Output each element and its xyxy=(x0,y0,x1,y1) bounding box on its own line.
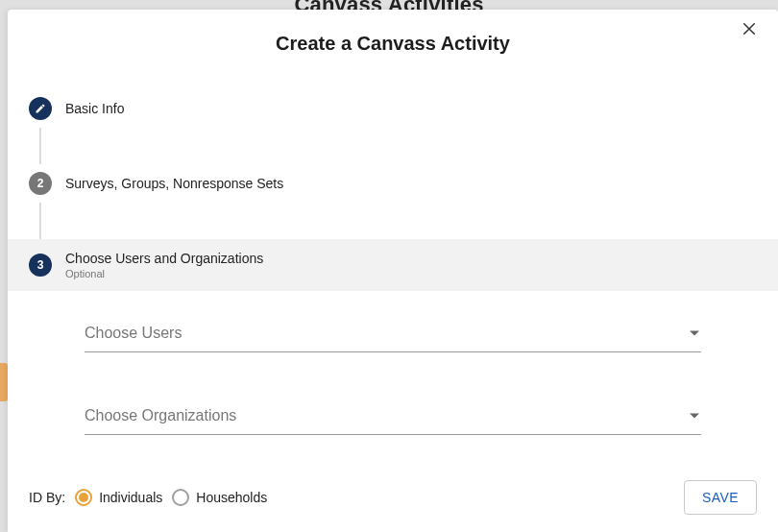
step-choose-users-orgs[interactable]: 3 Choose Users and Organizations Optiona… xyxy=(8,239,778,291)
caret-down-icon xyxy=(690,330,699,335)
step-label: Choose Users and Organizations xyxy=(65,251,263,266)
step-badge-pending: 2 xyxy=(29,172,52,195)
radio-inner-icon xyxy=(79,493,88,502)
close-icon xyxy=(741,20,758,37)
modal-header: Create a Canvass Activity xyxy=(8,10,778,55)
step-number: 2 xyxy=(37,177,44,190)
step-connector xyxy=(39,203,41,239)
radio-individuals[interactable]: Individuals xyxy=(75,489,162,506)
step-label: Surveys, Groups, Nonresponse Sets xyxy=(65,176,283,191)
left-edge-chip xyxy=(0,363,8,401)
radio-households[interactable]: Households xyxy=(172,489,267,506)
caret-down-icon xyxy=(690,413,699,418)
modal-title: Create a Canvass Activity xyxy=(8,33,778,55)
step-number: 3 xyxy=(37,258,44,272)
select-placeholder: Choose Organizations xyxy=(85,407,236,424)
close-button[interactable] xyxy=(735,14,764,43)
choose-organizations-select[interactable]: Choose Organizations xyxy=(85,397,701,435)
step3-fields: Choose Users Choose Organizations xyxy=(29,291,757,435)
step-sublabel: Optional xyxy=(65,268,263,279)
step-basic-info[interactable]: Basic Info xyxy=(29,89,757,128)
step-text-wrap: Choose Users and Organizations Optional xyxy=(65,251,263,279)
modal-body: Basic Info 2 Surveys, Groups, Nonrespons… xyxy=(8,55,778,466)
save-button[interactable]: SAVE xyxy=(684,480,757,515)
radio-outer-icon xyxy=(75,489,92,506)
radio-outer-icon xyxy=(172,489,189,506)
edit-icon xyxy=(35,103,46,114)
create-canvass-activity-modal: Create a Canvass Activity Basic Info 2 S… xyxy=(8,10,778,532)
select-placeholder: Choose Users xyxy=(85,325,182,342)
radio-label: Individuals xyxy=(99,490,162,505)
step-surveys-groups[interactable]: 2 Surveys, Groups, Nonresponse Sets xyxy=(29,164,757,203)
step-badge-active: 3 xyxy=(29,254,52,277)
radio-label: Households xyxy=(196,490,267,505)
id-by-group: ID By: Individuals Households xyxy=(29,489,267,506)
step-label: Basic Info xyxy=(65,101,124,116)
step-connector xyxy=(39,128,41,164)
choose-users-select[interactable]: Choose Users xyxy=(85,314,701,352)
step-badge-done xyxy=(29,97,52,120)
id-by-label: ID By: xyxy=(29,490,65,505)
modal-footer: ID By: Individuals Households SAVE xyxy=(8,466,778,532)
